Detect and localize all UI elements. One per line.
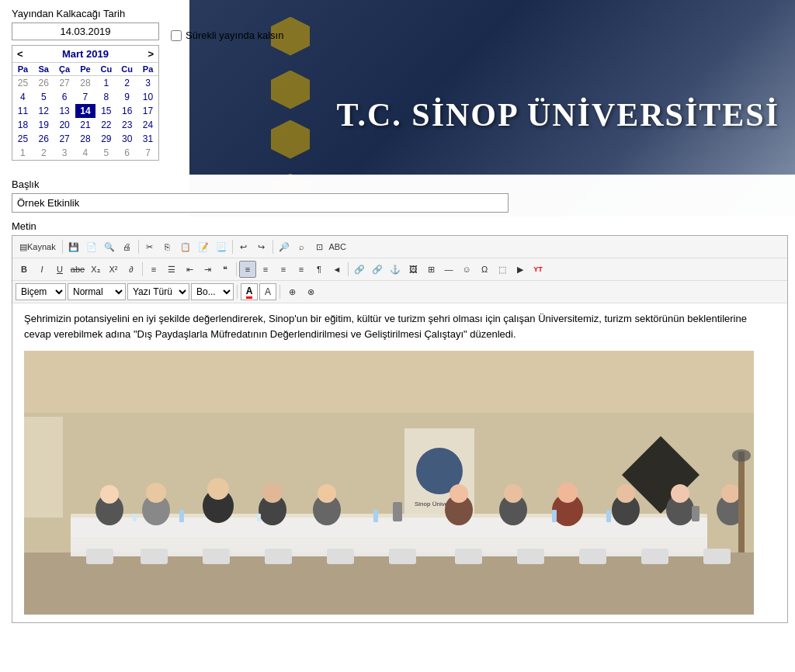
cal-day[interactable]: 2: [116, 76, 137, 91]
tb-iframe-btn[interactable]: ⬚: [494, 261, 511, 278]
cal-day[interactable]: 7: [137, 146, 158, 160]
cal-day[interactable]: 25: [12, 76, 33, 91]
cal-next-btn[interactable]: >: [148, 48, 154, 60]
tb-flash-btn[interactable]: ▶: [512, 261, 529, 278]
cal-day[interactable]: 2: [33, 146, 54, 160]
cal-day[interactable]: 3: [54, 146, 75, 160]
cal-day[interactable]: 26: [33, 76, 54, 91]
cal-prev-btn[interactable]: <: [17, 48, 23, 60]
tb-align-center-btn[interactable]: ≡: [257, 261, 274, 278]
tb-removeformat-btn[interactable]: ∂: [123, 261, 140, 278]
date-input-container[interactable]: [12, 23, 159, 40]
cal-day[interactable]: 31: [137, 132, 158, 146]
highlight-color-btn[interactable]: A: [259, 283, 276, 300]
cal-day[interactable]: 26: [33, 132, 54, 146]
tb-blockquote-btn[interactable]: ❝: [217, 261, 234, 278]
normal-select[interactable]: Normal: [68, 283, 126, 300]
cal-day[interactable]: 28: [75, 76, 96, 91]
cal-day[interactable]: 10: [137, 90, 158, 104]
cal-day[interactable]: 19: [33, 118, 54, 132]
cal-day[interactable]: 4: [75, 146, 96, 160]
cal-day[interactable]: 1: [95, 76, 116, 91]
tb-newdoc-btn[interactable]: 📄: [83, 238, 100, 255]
tb-align-right-btn[interactable]: ≡: [275, 261, 292, 278]
editor-content[interactable]: Şehrimizin potansiyelini en iyi şekilde …: [12, 303, 787, 622]
tb-justify-btn[interactable]: ≡: [293, 261, 310, 278]
cal-day[interactable]: 20: [54, 118, 75, 132]
tb-underline-btn[interactable]: U: [51, 261, 68, 278]
cal-day[interactable]: 18: [12, 118, 33, 132]
tb-print-btn[interactable]: 🖨: [119, 238, 136, 255]
tb-source-btn[interactable]: ▤ Kaynak: [16, 238, 60, 255]
tb-unlink-btn[interactable]: 🔗: [369, 261, 386, 278]
cal-day[interactable]: 11: [12, 104, 33, 118]
cal-day[interactable]: 23: [116, 118, 137, 132]
tb-anchor-btn[interactable]: ⚓: [387, 261, 404, 278]
tb-outdent-btn[interactable]: ⇤: [181, 261, 198, 278]
cal-day[interactable]: 5: [95, 146, 116, 160]
tb-bidi-btn[interactable]: ◄: [328, 261, 345, 278]
tb-replace-btn[interactable]: ⌕: [293, 238, 311, 255]
tb-select-btn[interactable]: ⊡: [311, 238, 328, 255]
tb-find-btn[interactable]: 🔎: [276, 238, 293, 255]
cal-day[interactable]: 14: [75, 104, 96, 118]
tb-indent-btn[interactable]: ⇥: [199, 261, 216, 278]
tb-redo-btn[interactable]: ↪: [253, 238, 270, 255]
cal-day[interactable]: 28: [75, 132, 96, 146]
tb-save-btn[interactable]: 💾: [65, 238, 82, 255]
cal-day[interactable]: 6: [54, 90, 75, 104]
tb-paste-text-btn[interactable]: 📝: [195, 238, 212, 255]
cal-day[interactable]: 27: [54, 132, 75, 146]
cal-day[interactable]: 13: [54, 104, 75, 118]
cal-day[interactable]: 25: [12, 132, 33, 146]
cal-day[interactable]: 4: [12, 90, 33, 104]
tb-subscript-btn[interactable]: X₂: [87, 261, 104, 278]
tb-copy-btn[interactable]: ⎘: [159, 238, 176, 255]
tb-cut-btn[interactable]: ✂: [141, 238, 158, 255]
tb-extra1-btn[interactable]: ⊕: [283, 283, 300, 300]
cal-day[interactable]: 9: [116, 90, 137, 104]
cal-day[interactable]: 15: [95, 104, 116, 118]
cal-day[interactable]: 22: [95, 118, 116, 132]
cal-day[interactable]: 1: [12, 146, 33, 160]
cal-day[interactable]: 5: [33, 90, 54, 104]
cal-day[interactable]: 16: [116, 104, 137, 118]
cal-day[interactable]: 8: [95, 90, 116, 104]
cal-day[interactable]: 12: [33, 104, 54, 118]
cal-day[interactable]: 24: [137, 118, 158, 132]
tb-ul-btn[interactable]: ☰: [163, 261, 180, 278]
tb-emotion-btn[interactable]: ☺: [458, 261, 475, 278]
cal-day[interactable]: 27: [54, 76, 75, 91]
tb-preview-btn[interactable]: 🔍: [101, 238, 118, 255]
cal-day[interactable]: 29: [95, 132, 116, 146]
cal-day[interactable]: 17: [137, 104, 158, 118]
tb-spellcheck-btn[interactable]: ABC: [329, 238, 346, 255]
tb-hline-btn[interactable]: —: [440, 261, 457, 278]
tb-bold-btn[interactable]: B: [16, 261, 33, 278]
tb-extra2-btn[interactable]: ⊗: [302, 283, 319, 300]
cal-day[interactable]: 3: [137, 76, 158, 91]
font-color-btn[interactable]: A: [241, 283, 258, 300]
tb-italic-btn[interactable]: I: [33, 261, 50, 278]
cal-day[interactable]: 6: [116, 146, 137, 160]
cal-day[interactable]: 21: [75, 118, 96, 132]
tb-para-btn[interactable]: ¶: [311, 261, 328, 278]
tb-paste-btn[interactable]: 📋: [177, 238, 194, 255]
tb-superscript-btn[interactable]: X²: [105, 261, 122, 278]
tb-special-btn[interactable]: Ω: [476, 261, 493, 278]
tb-table-btn[interactable]: ⊞: [422, 261, 439, 278]
bicem-select[interactable]: Biçem: [16, 283, 66, 300]
font-size-select[interactable]: Bo...: [191, 283, 234, 300]
tb-align-left-btn[interactable]: ≡: [239, 261, 256, 278]
yazi-turu-select[interactable]: Yazı Türü: [127, 283, 189, 300]
cal-day[interactable]: 30: [116, 132, 137, 146]
tb-image-btn[interactable]: 🖼: [404, 261, 422, 278]
tb-youtube-btn[interactable]: YT: [529, 261, 547, 278]
cal-day[interactable]: 7: [75, 90, 96, 104]
tb-paste-word-btn[interactable]: 📃: [213, 238, 230, 255]
title-input[interactable]: [12, 193, 509, 213]
tb-strikethrough-btn[interactable]: abe: [69, 261, 86, 278]
tb-ol-btn[interactable]: ≡: [145, 261, 162, 278]
tb-undo-btn[interactable]: ↩: [235, 238, 252, 255]
date-input[interactable]: [17, 26, 154, 37]
